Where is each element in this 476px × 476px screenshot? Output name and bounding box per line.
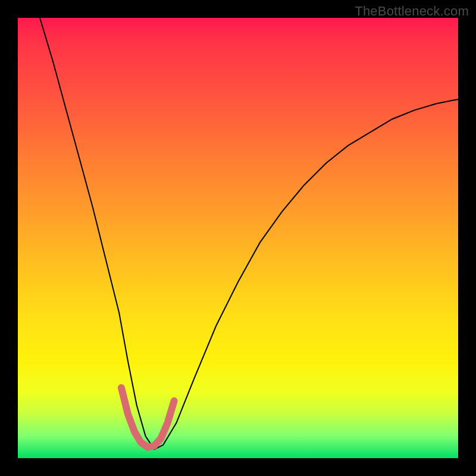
bottleneck-curve bbox=[40, 18, 458, 449]
curve-layer bbox=[18, 18, 458, 458]
highlight-segment bbox=[121, 388, 174, 447]
watermark-text: TheBottleneck.com bbox=[355, 4, 469, 19]
